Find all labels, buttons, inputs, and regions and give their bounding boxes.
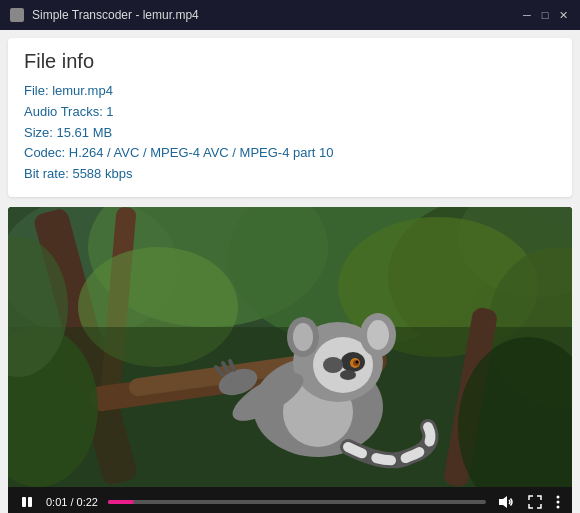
more-icon xyxy=(556,495,560,509)
video-scene xyxy=(8,207,572,487)
svg-point-40 xyxy=(557,495,560,498)
volume-button[interactable] xyxy=(496,493,516,511)
svg-point-19 xyxy=(323,357,343,373)
window-title: Simple Transcoder - lemur.mp4 xyxy=(32,8,199,22)
maximize-button[interactable]: □ xyxy=(538,8,552,22)
video-controls-bar: 0:01 / 0:22 xyxy=(8,487,572,513)
time-display: 0:01 / 0:22 xyxy=(46,496,98,508)
audio-tracks-detail: Audio Tracks: 1 xyxy=(24,102,556,123)
progress-fill xyxy=(108,500,134,504)
title-bar-left: Simple Transcoder - lemur.mp4 xyxy=(10,8,199,22)
svg-point-25 xyxy=(293,323,313,351)
file-info-heading: File info xyxy=(24,50,556,73)
file-info-details: File: lemur.mp4 Audio Tracks: 1 Size: 15… xyxy=(24,81,556,185)
video-preview[interactable] xyxy=(8,207,572,487)
codec-detail: Codec: H.264 / AVC / MPEG-4 AVC / MPEG-4… xyxy=(24,143,556,164)
svg-marker-39 xyxy=(499,496,507,508)
minimize-button[interactable]: ─ xyxy=(520,8,534,22)
progress-bar[interactable] xyxy=(108,500,486,504)
more-options-button[interactable] xyxy=(554,493,562,511)
file-name-detail: File: lemur.mp4 xyxy=(24,81,556,102)
svg-rect-38 xyxy=(28,497,32,507)
volume-icon xyxy=(498,495,514,509)
main-panel: File info File: lemur.mp4 Audio Tracks: … xyxy=(8,38,572,197)
app-icon xyxy=(10,8,24,22)
svg-rect-37 xyxy=(22,497,26,507)
svg-point-42 xyxy=(557,505,560,508)
close-button[interactable]: ✕ xyxy=(556,8,570,22)
file-info-section: File info File: lemur.mp4 Audio Tracks: … xyxy=(24,50,556,185)
window-controls: ─ □ ✕ xyxy=(520,8,570,22)
fullscreen-icon xyxy=(528,495,542,509)
pause-icon xyxy=(20,495,34,509)
play-pause-button[interactable] xyxy=(18,493,36,511)
bitrate-detail: Bit rate: 5588 kbps xyxy=(24,164,556,185)
svg-point-27 xyxy=(367,320,389,350)
video-container: 0:01 / 0:22 xyxy=(8,207,572,513)
svg-point-41 xyxy=(557,500,560,503)
svg-point-22 xyxy=(356,360,359,363)
fullscreen-button[interactable] xyxy=(526,493,544,511)
svg-point-23 xyxy=(340,370,356,380)
size-detail: Size: 15.61 MB xyxy=(24,123,556,144)
title-bar: Simple Transcoder - lemur.mp4 ─ □ ✕ xyxy=(0,0,580,30)
